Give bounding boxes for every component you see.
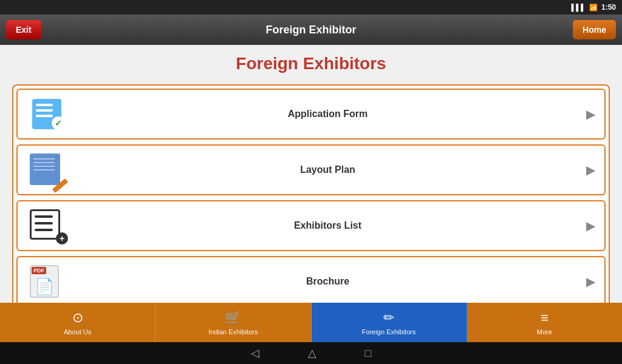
foreign-exhibitors-label: Foreign Exhibitors: [362, 328, 416, 335]
exhibitors-list-arrow: ▶: [586, 218, 595, 233]
main-content: Foreign Exhibitors ✓ Application Form ▶: [0, 45, 622, 303]
form-icon: ✓: [27, 96, 69, 132]
exhibitors-list-label: Exhibitors List: [69, 220, 586, 231]
more-icon: ≡: [541, 310, 549, 326]
status-bar: ▌▌▌ 📶 1:50: [0, 0, 622, 15]
tab-more[interactable]: ≡ More: [467, 303, 622, 342]
tab-foreign-exhibitors[interactable]: ✏ Foreign Exhibitors: [312, 303, 467, 342]
wifi-icon: 📶: [589, 4, 598, 12]
recents-button[interactable]: □: [365, 347, 372, 360]
indian-exhibitors-label: Indian Exhibitors: [208, 328, 258, 335]
tab-about-us[interactable]: ⊙ About Us: [0, 303, 156, 342]
bottom-tab-bar: ⊙ About Us 🛒 Indian Exhibitors ✏ Foreign…: [0, 303, 622, 342]
application-form-arrow: ▶: [586, 107, 595, 121]
layout-plan-arrow: ▶: [586, 163, 595, 177]
brochure-arrow: ▶: [586, 274, 595, 289]
menu-item-brochure[interactable]: PDF 📄 Brochure ▶: [16, 256, 606, 303]
application-form-label: Application Form: [69, 109, 586, 120]
menu-container: ✓ Application Form ▶ L: [12, 84, 610, 303]
menu-item-application-form[interactable]: ✓ Application Form ▶: [16, 89, 606, 140]
about-us-label: About Us: [64, 328, 91, 335]
back-button[interactable]: ◁: [251, 346, 259, 360]
home-nav-button[interactable]: △: [308, 346, 316, 360]
android-nav-bar: ◁ △ □: [0, 342, 622, 364]
top-nav-bar: Exit Foreign Exhibitor Home: [0, 15, 622, 45]
foreign-exhibitors-icon: ✏: [383, 310, 394, 326]
brochure-label: Brochure: [69, 276, 586, 287]
about-us-icon: ⊙: [72, 310, 83, 326]
list-icon: +: [27, 207, 69, 244]
layout-icon: [27, 152, 69, 188]
home-button[interactable]: Home: [573, 20, 616, 39]
tab-indian-exhibitors[interactable]: 🛒 Indian Exhibitors: [156, 303, 311, 342]
indian-exhibitors-icon: 🛒: [225, 310, 241, 326]
page-heading: Foreign Exhibitors: [12, 54, 610, 73]
exit-button[interactable]: Exit: [6, 20, 41, 39]
layout-plan-label: Layout Plan: [69, 164, 586, 175]
more-label: More: [537, 328, 552, 335]
menu-item-exhibitors-list[interactable]: + Exhibitors List ▶: [16, 200, 606, 251]
status-time: 1:50: [601, 3, 616, 12]
nav-title: Foreign Exhibitor: [265, 24, 356, 36]
brochure-icon: PDF 📄: [27, 263, 69, 300]
menu-item-layout-plan[interactable]: Layout Plan ▶: [16, 144, 606, 195]
signal-icon: ▌▌▌: [572, 4, 586, 11]
